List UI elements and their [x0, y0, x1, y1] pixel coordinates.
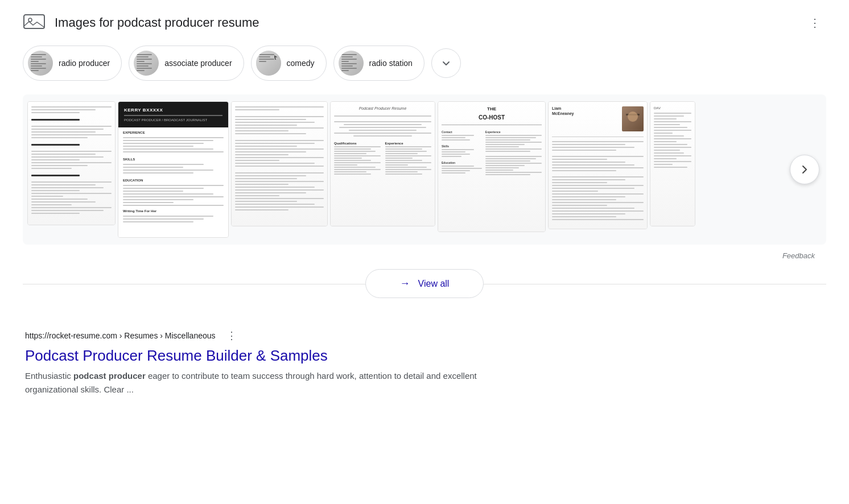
images-carousel-wrapper: KERRY BXXXXX PODCAST PRODUCER / BROADCAS… — [23, 94, 826, 245]
images-more-options-button[interactable]: ⋮ — [803, 11, 826, 34]
resume-image-2[interactable]: KERRY BXXXXX PODCAST PRODUCER / BROADCAS… — [118, 101, 229, 238]
resume-image-1[interactable] — [27, 101, 116, 225]
feedback-row: Feedback — [23, 251, 826, 260]
resume-image-7[interactable]: DAV — [650, 101, 695, 226]
feedback-link[interactable]: Feedback — [782, 251, 815, 260]
chip-thumbnail-radio-station — [339, 51, 364, 76]
chip-comedy[interactable]: comedy — [251, 46, 327, 81]
result-url-row: https://rocket-resume.com › Resumes › Mi… — [25, 327, 824, 345]
images-title: Images for podcast producer resume — [55, 15, 794, 30]
resume-image-6[interactable]: Liam McEneaney — [548, 101, 648, 229]
carousel-next-button[interactable] — [790, 155, 819, 184]
images-icon — [23, 13, 46, 33]
images-carousel: KERRY BXXXXX PODCAST PRODUCER / BROADCAS… — [23, 101, 826, 238]
images-section-header: Images for podcast producer resume ⋮ — [23, 11, 826, 34]
svg-rect-0 — [24, 15, 44, 28]
chip-radio-producer[interactable]: radio producer — [23, 46, 122, 81]
result-snippet: Enthusiastic podcast producer eager to c… — [25, 369, 492, 396]
view-all-arrow-icon: → — [400, 278, 410, 290]
result-more-options-button[interactable]: ⋮ — [222, 327, 241, 345]
snippet-before: Enthusiastic — [25, 371, 73, 381]
chip-thumbnail-associate-producer — [134, 51, 159, 76]
view-all-wrapper: → View all — [23, 269, 826, 298]
result-title[interactable]: Podcast Producer Resume Builder & Sample… — [25, 347, 824, 365]
search-result: https://rocket-resume.com › Resumes › Mi… — [23, 327, 826, 396]
snippet-bold: podcast producer — [73, 371, 146, 381]
resume-image-5[interactable]: THE CO-HOST Contact Skills — [438, 101, 546, 232]
resume-image-3[interactable] — [231, 101, 328, 226]
chip-label: comedy — [287, 59, 315, 68]
chip-label: associate producer — [164, 59, 232, 68]
related-chips-row: radio producer associate producer — [23, 46, 826, 81]
chip-label: radio station — [369, 59, 413, 68]
chip-associate-producer[interactable]: associate producer — [129, 46, 244, 81]
result-url: https://rocket-resume.com › Resumes › Mi… — [25, 331, 216, 340]
view-all-button[interactable]: → View all — [365, 269, 484, 298]
chip-radio-station[interactable]: radio station — [333, 46, 424, 81]
chip-thumbnail-comedy — [256, 51, 281, 76]
chip-thumbnail-radio-producer — [28, 51, 53, 76]
resume-image-4[interactable]: Podcast Producer Resume Qualifications — [330, 101, 435, 226]
chip-label: radio producer — [59, 59, 110, 68]
chips-expand-button[interactable] — [431, 48, 461, 78]
view-all-label: View all — [418, 279, 450, 289]
